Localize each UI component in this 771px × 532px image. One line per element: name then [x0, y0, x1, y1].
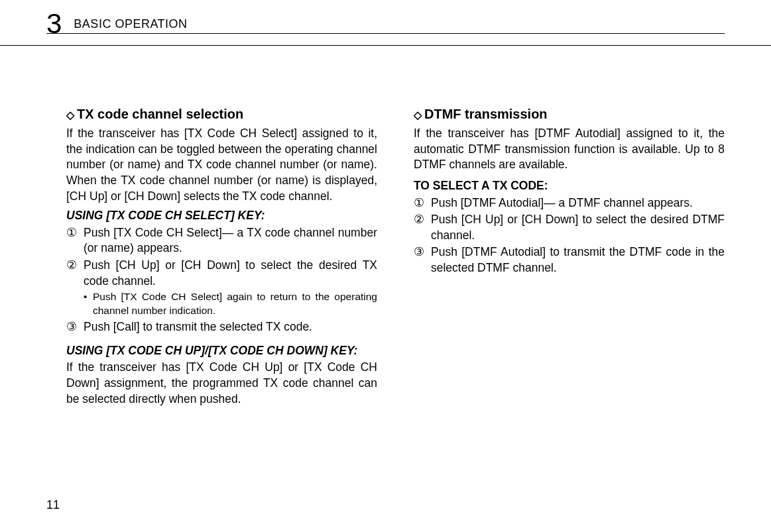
step-text: Push [TX Code CH Select]— a TX code chan…	[84, 225, 377, 256]
subheading-updown-key: USING [TX CODE CH UP]/[TX CODE CH DOWN] …	[66, 343, 377, 359]
paragraph-updown: If the transceiver has [TX Code CH Up] o…	[66, 360, 377, 407]
step-text: Push [DTMF Autodial]— a DTMF channel app…	[431, 195, 725, 211]
step-text: Push [DTMF Autodial] to transmit the DTM…	[431, 244, 725, 276]
section-heading-dtmf: ◇DTMF transmission	[414, 105, 725, 123]
bullet-note: • Push [TX Code CH Select] again to retu…	[66, 290, 377, 318]
bold-heading-select-tx: TO SELECT A TX CODE:	[414, 178, 725, 194]
step-marker: ②	[66, 258, 84, 289]
step-1: ① Push [TX Code CH Select]— a TX code ch…	[66, 225, 377, 256]
chapter-number: 3	[46, 8, 62, 40]
step-text: Push [CH Up] or [CH Down] to select the …	[84, 258, 377, 289]
diamond-icon: ◇	[414, 109, 422, 121]
bullet-marker: •	[84, 290, 93, 318]
heading-text: DTMF transmission	[424, 107, 548, 121]
header-divider	[46, 33, 725, 34]
section-heading-tx-code: ◇TX code channel selection	[66, 105, 377, 123]
chapter-title: BASIC OPERATION	[74, 17, 187, 31]
dtmf-step-2: ② Push [CH Up] or [CH Down] to select th…	[414, 212, 725, 243]
left-column: ◇TX code channel selection If the transc…	[66, 105, 377, 411]
heading-text: TX code channel selection	[77, 107, 243, 121]
step-3: ③ Push [Call] to transmit the selected T…	[66, 319, 377, 335]
step-text: Push [Call] to transmit the selected TX …	[84, 319, 377, 335]
dtmf-step-1: ① Push [DTMF Autodial]— a DTMF channel a…	[414, 195, 725, 211]
page-number: 11	[46, 498, 60, 512]
bullet-text: Push [TX Code CH Select] again to return…	[93, 290, 377, 318]
step-marker: ①	[66, 225, 84, 256]
dtmf-step-3: ③ Push [DTMF Autodial] to transmit the D…	[414, 244, 725, 276]
step-marker: ②	[414, 212, 431, 243]
step-marker: ③	[66, 319, 84, 335]
step-text: Push [CH Up] or [CH Down] to select the …	[431, 212, 725, 243]
step-marker: ①	[414, 195, 431, 211]
diamond-icon: ◇	[66, 109, 74, 121]
intro-paragraph: If the transceiver has [TX Code CH Selec…	[66, 126, 377, 204]
step-2: ② Push [CH Up] or [CH Down] to select th…	[66, 258, 377, 289]
page-content: ◇TX code channel selection If the transc…	[0, 46, 771, 411]
right-column: ◇DTMF transmission If the transceiver ha…	[414, 105, 725, 411]
subheading-select-key: USING [TX CODE CH SELECT] KEY:	[66, 208, 377, 224]
intro-paragraph-dtmf: If the transceiver has [DTMF Autodial] a…	[414, 126, 725, 173]
page-header: 3 BASIC OPERATION	[0, 0, 771, 46]
step-marker: ③	[414, 244, 431, 276]
